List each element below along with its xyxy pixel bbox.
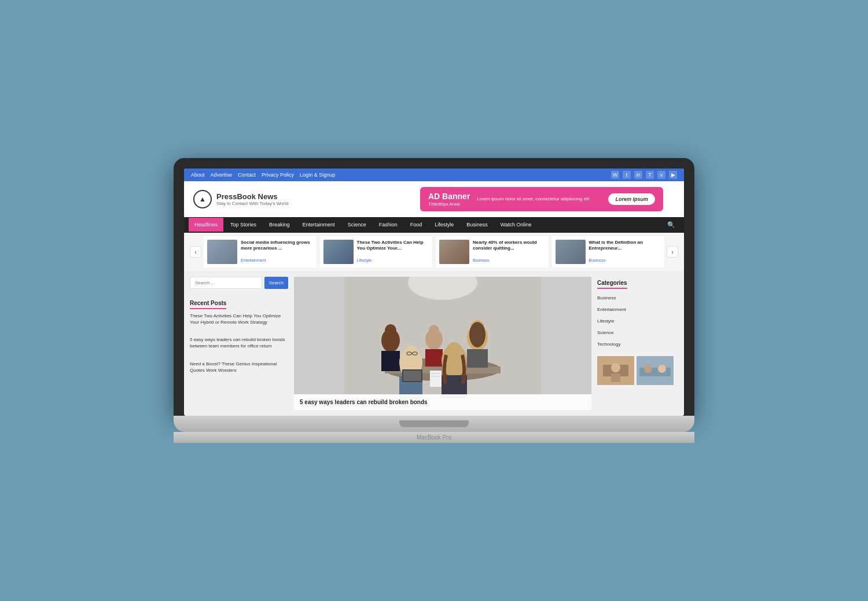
nav-entertainment[interactable]: Entertainment (297, 218, 341, 232)
category-technology[interactable]: Technology (597, 339, 678, 350)
recent-post-title-2[interactable]: 5 easy ways leaders can rebuild broken b… (190, 336, 288, 349)
site-name: PressBook News (216, 192, 288, 201)
site-logo: ▲ PressBook News Stay in Contact With To… (193, 190, 288, 208)
laptop-mockup: About Advertise Contact Privacy Policy L… (174, 158, 694, 443)
topbar-contact[interactable]: Contact (238, 172, 256, 178)
carousel-thumb-1 (207, 240, 237, 264)
search-input[interactable] (190, 277, 262, 289)
social-vimeo-icon[interactable]: v (657, 171, 665, 179)
recent-post-3: Need a Boost? These Genius Inspirational… (190, 361, 288, 379)
svg-rect-28 (403, 371, 421, 381)
ad-cta-button[interactable]: Lorem Ipsum (608, 193, 655, 205)
svg-point-18 (446, 342, 462, 360)
recent-posts-heading: Recent Posts (190, 300, 226, 309)
topbar-about[interactable]: About (191, 172, 205, 178)
svg-point-11 (429, 325, 439, 336)
nav-science[interactable]: Science (342, 218, 372, 232)
recent-post-1: These Two Activities Can Help You Optimi… (190, 313, 288, 331)
social-twitter-icon[interactable]: t (623, 171, 631, 179)
svg-point-15 (469, 322, 486, 347)
recent-posts-section: Recent Posts These Two Activities Can He… (190, 297, 288, 379)
carousel-item-tag-2[interactable]: Lifestyle (357, 258, 372, 262)
svg-point-38 (644, 365, 652, 373)
social-wp-icon[interactable]: W (611, 171, 619, 179)
ad-subtitle: 728x90px Area! (428, 201, 470, 207)
featured-caption-text[interactable]: 5 easy ways leaders can rebuild broken b… (300, 399, 586, 405)
carousel-item-tag-1[interactable]: Entertainment (241, 258, 266, 262)
svg-rect-7 (381, 351, 400, 371)
topbar-privacy[interactable]: Privacy Policy (262, 172, 294, 178)
laptop-screen: About Advertise Contact Privacy Policy L… (184, 168, 684, 416)
search-button[interactable]: Search (264, 277, 288, 289)
category-lifestyle[interactable]: Lifestyle (597, 316, 678, 327)
featured-image-svg (294, 277, 591, 410)
carousel-item-text-1: Social media influencing grows more prec… (241, 240, 313, 264)
carousel-item-title-2: These Two Activities Can Help You Optimi… (357, 240, 429, 252)
category-science[interactable]: Science (597, 327, 678, 339)
nav-headlines[interactable]: Headlines (189, 218, 223, 232)
site-header: ▲ PressBook News Stay in Contact With To… (184, 181, 684, 217)
social-youtube-icon[interactable]: ▶ (669, 171, 677, 179)
nav-top-stories[interactable]: Top Stories (225, 218, 262, 232)
featured-image-box: 5 easy ways leaders can rebuild broken b… (294, 277, 591, 410)
nav-business[interactable]: Business (461, 218, 494, 232)
social-tumblr-icon[interactable]: T (646, 171, 654, 179)
nav-breaking[interactable]: Breaking (263, 218, 296, 232)
svg-rect-10 (425, 349, 443, 367)
category-business[interactable]: Business (597, 292, 678, 304)
carousel-item-1: Social media influencing grows more prec… (204, 236, 317, 267)
carousel-item-title-3: Nearly 40% of workers would consider qui… (473, 240, 545, 252)
ad-description: Lorem ipsum dolor sit amet, consectetur … (477, 196, 601, 201)
svg-point-39 (658, 365, 666, 373)
recent-post-title-3[interactable]: Need a Boost? These Genius Inspirational… (190, 361, 288, 373)
logo-icon: ▲ (193, 190, 212, 208)
nav-watch-online[interactable]: Watch Online (495, 218, 538, 232)
carousel-thumb-2 (323, 240, 354, 264)
ad-banner-title-block: AD Banner 728x90px Area! (428, 192, 470, 207)
svg-point-8 (385, 324, 396, 337)
carousel-item-title-1: Social media influencing grows more prec… (241, 240, 313, 252)
search-box: Search (190, 277, 288, 289)
sidebar-thumbnails (597, 356, 678, 385)
left-sidebar: Search Recent Posts These Two Activities… (190, 277, 288, 410)
nav-food[interactable]: Food (404, 218, 428, 232)
top-bar: About Advertise Contact Privacy Policy L… (184, 168, 684, 181)
nav-fashion[interactable]: Fashion (373, 218, 403, 232)
carousel-section: ‹ Social media influencing grows more pr… (184, 233, 684, 271)
ad-title: AD Banner (428, 192, 470, 201)
recent-post-2: 5 easy ways leaders can rebuild broken b… (190, 336, 288, 354)
category-entertainment[interactable]: Entertainment (597, 304, 678, 316)
recent-post-title-1[interactable]: These Two Activities Can Help You Optimi… (190, 313, 288, 325)
carousel-item-2: These Two Activities Can Help You Optimi… (320, 236, 433, 267)
carousel-thumb-3 (439, 240, 469, 264)
carousel-item-4: What is the Definition an Entrepreneur..… (552, 236, 665, 267)
topbar-login[interactable]: Login & Signup (300, 172, 335, 178)
carousel-prev-button[interactable]: ‹ (190, 246, 201, 258)
social-linkedin-icon[interactable]: in (634, 171, 642, 179)
ad-banner: AD Banner 728x90px Area! Lorem ipsum dol… (420, 187, 663, 211)
macbook-label: MacBook Pro (174, 432, 694, 443)
carousel-item-text-3: Nearly 40% of workers would consider qui… (473, 240, 545, 264)
svg-rect-13 (467, 349, 488, 368)
svg-point-34 (611, 363, 620, 372)
featured-caption: 5 easy ways leaders can rebuild broken b… (294, 394, 591, 410)
svg-rect-29 (430, 371, 442, 387)
category-list: Business Entertainment Lifestyle Science… (597, 292, 678, 350)
search-icon[interactable]: 🔍 (663, 217, 679, 233)
site-tagline: Stay in Contact With Today's World (216, 201, 288, 206)
carousel-item-tag-3[interactable]: Business (473, 258, 489, 262)
categories-box: Categories Business Entertainment Lifest… (597, 277, 678, 350)
carousel-item-tag-4[interactable]: Business (589, 258, 605, 262)
carousel-item-text-2: These Two Activities Can Help You Optimi… (357, 240, 429, 264)
carousel-thumb-4 (556, 240, 586, 264)
logo-text: PressBook News Stay in Contact With Toda… (216, 192, 288, 206)
carousel-next-button[interactable]: › (667, 246, 678, 258)
center-content: 5 easy ways leaders can rebuild broken b… (294, 277, 591, 410)
screen-bezel: About Advertise Contact Privacy Policy L… (174, 158, 694, 416)
topbar-advertise[interactable]: Advertise (211, 172, 233, 178)
main-content: Search Recent Posts These Two Activities… (184, 271, 684, 416)
nav-lifestyle[interactable]: Lifestyle (429, 218, 459, 232)
sidebar-thumb-1 (597, 356, 634, 385)
svg-point-23 (404, 346, 418, 361)
main-nav: Headlines Top Stories Breaking Entertain… (184, 217, 684, 233)
